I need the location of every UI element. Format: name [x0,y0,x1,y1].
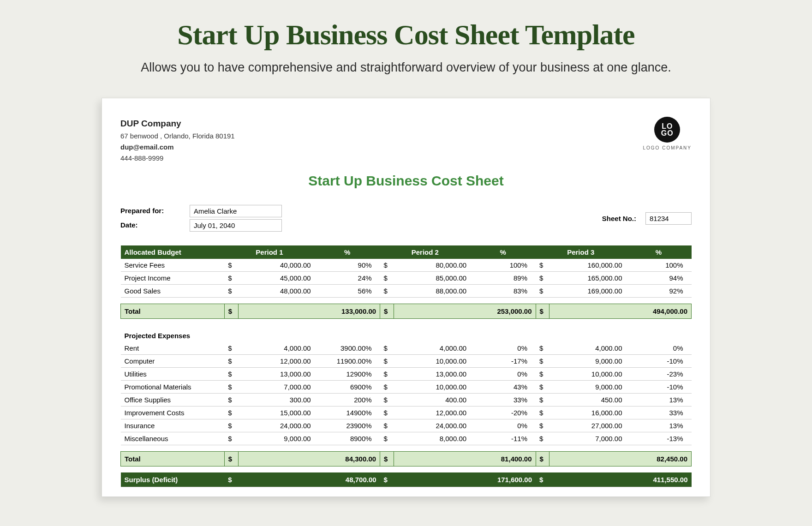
currency-symbol: $ [536,354,549,367]
value-p3: 10,000.00 [549,367,626,380]
date-field[interactable]: July 01, 2040 [190,219,282,232]
value-p2: 80,000.00 [394,259,471,272]
col-period-1: Period 1 [224,245,315,259]
row-label: Miscellaneous [121,432,225,445]
pct-p2: 0% [470,419,536,432]
budget-total-p2: 253,000.00 [394,304,536,319]
currency-symbol: $ [536,432,549,445]
pct-p1: 90% [315,259,380,272]
expense-row: Office Supplies$300.00200%$400.0033%$450… [121,393,692,406]
pct-p1: 6900% [315,380,380,393]
pct-p2: 0% [470,342,536,355]
value-p3: 27,000.00 [549,419,626,432]
currency-symbol: $ [536,304,549,319]
value-p2: 12,000.00 [394,406,471,419]
pct-p2: 89% [470,272,536,285]
budget-total-p1: 133,000.00 [238,304,380,319]
currency-symbol: $ [224,354,238,367]
pct-p3: -13% [626,432,692,445]
currency-symbol: $ [380,342,394,355]
expense-row: Miscellaneous$9,000.008900%$8,000.00-11%… [121,432,692,445]
currency-symbol: $ [536,406,549,419]
budget-row: Service Fees$40,000.0090%$80,000.00100%$… [121,259,692,272]
logo-block: LO GO LOGO COMPANY [643,117,692,150]
expense-total-p1: 84,300.00 [238,451,380,466]
value-p1: 7,000.00 [238,380,315,393]
date-label: Date: [120,219,190,232]
pct-p3: 94% [626,272,692,285]
value-p3: 160,000.00 [549,259,626,272]
pct-p2: -17% [470,354,536,367]
row-label: Office Supplies [121,393,225,406]
pct-p2: 0% [470,367,536,380]
logo-icon: LO GO [654,117,680,143]
surplus-row: Surplus (Deficit) $ 48,700.00 $ 171,600.… [121,472,692,487]
surplus-p3: 411,550.00 [549,472,692,487]
currency-symbol: $ [224,259,238,272]
meta-row: Prepared for: Amelia Clarke Date: July 0… [120,205,692,232]
currency-symbol: $ [224,304,238,319]
expense-total-p2: 81,400.00 [394,451,536,466]
currency-symbol: $ [536,380,549,393]
currency-symbol: $ [536,451,549,466]
expense-row: Improvement Costs$15,000.0014900%$12,000… [121,406,692,419]
currency-symbol: $ [224,451,238,466]
logo-caption: LOGO COMPANY [643,145,692,150]
currency-symbol: $ [380,304,394,319]
expense-row: Insurance$24,000.0023900%$24,000.000%$27… [121,419,692,432]
value-p1: 12,000.00 [238,354,315,367]
expense-row: Promotional Materials$7,000.006900%$10,0… [121,380,692,393]
pct-p3: 92% [626,285,692,298]
company-address: 67 benwood , Orlando, Florida 80191 [120,131,235,142]
currency-symbol: $ [224,393,238,406]
value-p3: 9,000.00 [549,380,626,393]
currency-symbol: $ [380,472,394,487]
pct-p3: 0% [626,342,692,355]
budget-total-row: Total $ 133,000.00 $ 253,000.00 $ 494,00… [121,304,692,319]
currency-symbol: $ [380,393,394,406]
currency-symbol: $ [536,272,549,285]
currency-symbol: $ [380,259,394,272]
budget-total-p3: 494,000.00 [549,304,692,319]
company-name: DUP Company [120,117,235,131]
currency-symbol: $ [380,432,394,445]
value-p3: 7,000.00 [549,432,626,445]
value-p3: 16,000.00 [549,406,626,419]
surplus-label: Surplus (Deficit) [121,472,225,487]
value-p2: 10,000.00 [394,354,471,367]
row-label: Utilities [121,367,225,380]
value-p3: 4,000.00 [549,342,626,355]
currency-symbol: $ [224,406,238,419]
pct-p3: 100% [626,259,692,272]
value-p2: 8,000.00 [394,432,471,445]
pct-p3: -23% [626,367,692,380]
pct-p1: 56% [315,285,380,298]
pct-p1: 3900.00% [315,342,380,355]
currency-symbol: $ [380,451,394,466]
currency-symbol: $ [224,472,238,487]
value-p1: 48,000.00 [238,285,315,298]
prepared-for-field[interactable]: Amelia Clarke [190,205,282,217]
currency-symbol: $ [224,367,238,380]
company-phone: 444-888-9999 [120,153,235,164]
expense-row: Computer$12,000.0011900.00%$10,000.00-17… [121,354,692,367]
budget-table: Allocated Budget Period 1 % Period 2 % P… [120,245,692,487]
page-subtitle: Allows you to have comprehensive and str… [0,60,812,75]
currency-symbol: $ [224,285,238,298]
row-label: Good Sales [121,285,225,298]
total-label: Total [121,304,225,319]
sheet-no-field[interactable]: 81234 [645,212,692,225]
expense-row: Rent$4,000.003900.00%$4,000.000%$4,000.0… [121,342,692,355]
logo-line2: GO [661,130,674,137]
col-pct-3: % [626,245,692,259]
value-p3: 450.00 [549,393,626,406]
value-p2: 4,000.00 [394,342,471,355]
value-p1: 24,000.00 [238,419,315,432]
value-p2: 88,000.00 [394,285,471,298]
value-p2: 400.00 [394,393,471,406]
budget-row: Good Sales$48,000.0056%$88,000.0083%$169… [121,285,692,298]
pct-p2: -20% [470,406,536,419]
pct-p1: 12900% [315,367,380,380]
surplus-p2: 171,600.00 [394,472,536,487]
currency-symbol: $ [380,367,394,380]
